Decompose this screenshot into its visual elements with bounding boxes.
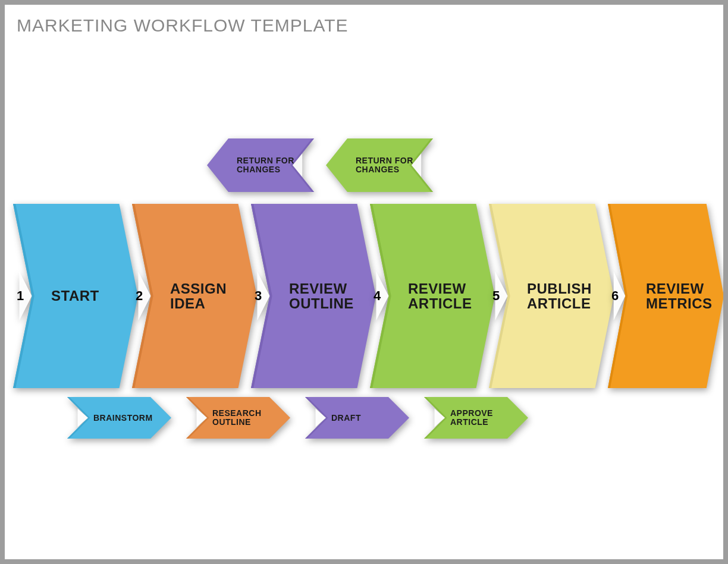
step-label: REVIEW ARTICLE [408,204,489,388]
step-number: 4 [374,288,381,304]
step-number: 6 [611,288,619,304]
step-number: 1 [17,288,24,304]
substep-label: DRAFT [331,397,401,439]
step-number: 2 [136,288,143,304]
step-review-outline: 3 REVIEW OUTLINE [251,204,376,388]
substep-label: BRAINSTORM [93,397,163,439]
substep-label: RESEARCH OUTLINE [212,397,282,439]
substep-draft: DRAFT [305,397,409,439]
step-label: START [51,204,132,388]
step-label: ASSIGN IDEA [170,204,251,388]
step-review-article: 4 REVIEW ARTICLE [370,204,495,388]
substep-brainstorm: BRAINSTORM [67,397,171,439]
step-label: PUBLISH ARTICLE [527,204,608,388]
diagram-canvas: MARKETING WORKFLOW TEMPLATE RETURN FOR C… [0,0,728,564]
return-row: RETURN FOR CHANGES RETURN FOR CHANGES [5,138,723,192]
substep-approve-article: APPROVE ARTICLE [424,397,528,439]
step-assign-idea: 2 ASSIGN IDEA [132,204,257,388]
substep-research-outline: RESEARCH OUTLINE [186,397,290,439]
main-steps-row: 1 START 2 ASSIGN IDEA 3 REVIEW OUTLINE [5,204,723,388]
return-label: RETURN FOR CHANGES [237,138,308,192]
step-label: REVIEW METRICS [646,204,718,388]
return-arrow-changes-article: RETURN FOR CHANGES [326,138,433,192]
step-review-metrics: 6 REVIEW METRICS [608,204,724,388]
return-arrow-changes-outline: RETURN FOR CHANGES [207,138,314,192]
step-publish-article: 5 PUBLISH ARTICLE [489,204,614,388]
diagram-title: MARKETING WORKFLOW TEMPLATE [17,15,349,36]
step-number: 3 [255,288,262,304]
step-number: 5 [492,288,500,304]
substep-label: APPROVE ARTICLE [450,397,520,439]
step-label: REVIEW OUTLINE [289,204,370,388]
step-start: 1 START [13,204,138,388]
return-label: RETURN FOR CHANGES [356,138,427,192]
forward-row: BRAINSTORM RESEARCH OUTLINE DRAFT [5,397,723,439]
